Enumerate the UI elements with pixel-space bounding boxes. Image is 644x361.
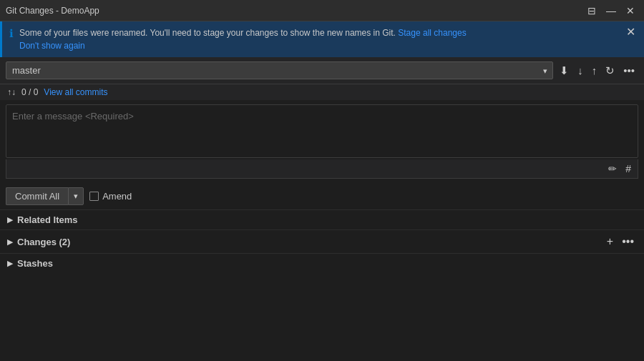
commit-action-row: Commit All ▾ Amend bbox=[0, 183, 644, 209]
commit-message-input[interactable] bbox=[6, 104, 638, 158]
branch-row: master ▾ ⬇ ↓ ↑ ↻ ••• bbox=[0, 57, 644, 84]
info-text: Some of your files were renamed. You'll … bbox=[19, 26, 619, 52]
info-message: Some of your files were renamed. You'll … bbox=[19, 28, 396, 38]
window-title: Git Changes - DemoApp bbox=[6, 6, 99, 16]
edit-message-button[interactable]: ✏ bbox=[605, 162, 620, 176]
commit-all-button[interactable]: Commit All bbox=[6, 187, 68, 205]
changes-chevron-icon: ▶ bbox=[7, 237, 13, 247]
push-button[interactable]: ↑ bbox=[588, 62, 601, 79]
hash-button[interactable]: # bbox=[623, 162, 634, 176]
message-area: ✏ # bbox=[6, 104, 638, 179]
banner-close-button[interactable]: ✕ bbox=[625, 26, 637, 38]
commit-all-dropdown-button[interactable]: ▾ bbox=[68, 187, 84, 205]
more-actions-button[interactable]: ••• bbox=[620, 62, 638, 79]
commits-row: ↑↓ 0 / 0 View all commits bbox=[0, 84, 644, 100]
info-banner: ℹ Some of your files were renamed. You'l… bbox=[0, 21, 644, 57]
minimize-button[interactable]: — bbox=[602, 4, 620, 17]
branch-selector-wrapper: master ▾ bbox=[6, 61, 553, 79]
stashes-chevron-icon: ▶ bbox=[7, 259, 13, 268]
stashes-label: Stashes bbox=[17, 258, 53, 269]
fetch-button[interactable]: ⬇ bbox=[556, 62, 572, 79]
commits-arrows-icon: ↑↓ bbox=[7, 87, 16, 97]
stage-all-changes-link[interactable]: Stage all changes bbox=[398, 28, 466, 38]
related-items-section[interactable]: ▶ Related Items bbox=[0, 210, 644, 229]
commit-button-group: Commit All ▾ bbox=[6, 187, 84, 205]
message-toolbar: ✏ # bbox=[6, 159, 638, 179]
amend-checkbox[interactable] bbox=[89, 192, 99, 201]
window-controls: ⊟ — ✕ bbox=[584, 4, 638, 17]
changes-more-button[interactable]: ••• bbox=[619, 234, 637, 249]
section-left-stashes: ▶ Stashes bbox=[7, 258, 53, 269]
view-all-commits-link[interactable]: View all commits bbox=[44, 87, 107, 97]
sync-button[interactable]: ↻ bbox=[602, 62, 618, 79]
section-right-changes: + ••• bbox=[604, 234, 637, 249]
changes-label: Changes (2) bbox=[17, 237, 70, 247]
stashes-section[interactable]: ▶ Stashes bbox=[0, 254, 644, 273]
changes-section[interactable]: ▶ Changes (2) + ••• bbox=[0, 230, 644, 253]
info-icon: ℹ bbox=[9, 27, 14, 40]
commits-count: 0 / 0 bbox=[21, 87, 38, 97]
related-items-chevron-icon: ▶ bbox=[7, 215, 13, 224]
pin-button[interactable]: ⊟ bbox=[584, 4, 600, 17]
amend-label[interactable]: Amend bbox=[89, 191, 132, 202]
pull-button[interactable]: ↓ bbox=[574, 62, 587, 79]
amend-text: Amend bbox=[102, 191, 132, 202]
branch-actions: ⬇ ↓ ↑ ↻ ••• bbox=[556, 62, 638, 79]
close-button[interactable]: ✕ bbox=[623, 4, 638, 17]
branch-select[interactable]: master bbox=[6, 61, 553, 79]
section-left-changes: ▶ Changes (2) bbox=[7, 237, 70, 247]
section-left-related: ▶ Related Items bbox=[7, 214, 78, 225]
dont-show-again-link[interactable]: Don't show again bbox=[19, 41, 85, 51]
related-items-label: Related Items bbox=[17, 214, 78, 225]
add-changes-button[interactable]: + bbox=[604, 234, 616, 249]
title-bar: Git Changes - DemoApp ⊟ — ✕ bbox=[0, 0, 644, 21]
